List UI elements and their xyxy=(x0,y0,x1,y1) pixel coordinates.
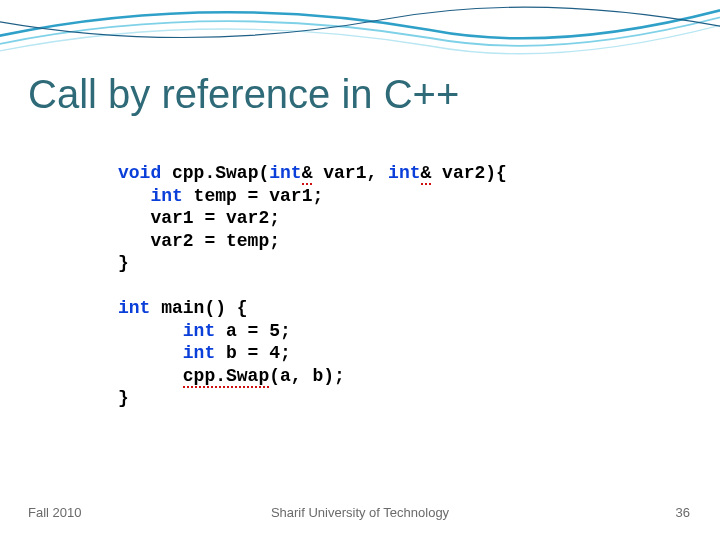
keyword-int: int xyxy=(269,163,301,183)
code-text: } xyxy=(118,388,129,408)
header-swoosh xyxy=(0,0,720,70)
code-block: void cpp.Swap(int& var1, int& var2){ int… xyxy=(118,162,507,410)
squiggle-call: cpp.Swap xyxy=(183,366,269,388)
keyword-int: int xyxy=(388,163,420,183)
keyword-void: void xyxy=(118,163,161,183)
squiggle: & xyxy=(421,163,432,185)
code-text xyxy=(118,366,183,386)
keyword-int: int xyxy=(183,321,215,341)
code-text: var1, xyxy=(312,163,388,183)
code-text: temp = var1; xyxy=(183,186,323,206)
code-text: main() { xyxy=(150,298,247,318)
code-text: b = 4; xyxy=(215,343,291,363)
code-text xyxy=(118,321,183,341)
code-text: cpp.Swap( xyxy=(161,163,269,183)
code-text: a = 5; xyxy=(215,321,291,341)
code-text: var1 = var2; xyxy=(118,208,280,228)
footer-institution: Sharif University of Technology xyxy=(271,505,449,520)
keyword-int: int xyxy=(118,298,150,318)
slide-title: Call by reference in C++ xyxy=(28,72,459,117)
keyword-int: int xyxy=(150,186,182,206)
squiggle: & xyxy=(302,163,313,185)
keyword-int: int xyxy=(183,343,215,363)
code-text: (a, b); xyxy=(269,366,345,386)
slide-number: 36 xyxy=(676,505,690,520)
code-text: } xyxy=(118,253,129,273)
code-text: var2){ xyxy=(431,163,507,183)
code-text: var2 = temp; xyxy=(118,231,280,251)
code-text xyxy=(118,343,183,363)
footer-date: Fall 2010 xyxy=(28,505,81,520)
code-text xyxy=(118,186,150,206)
